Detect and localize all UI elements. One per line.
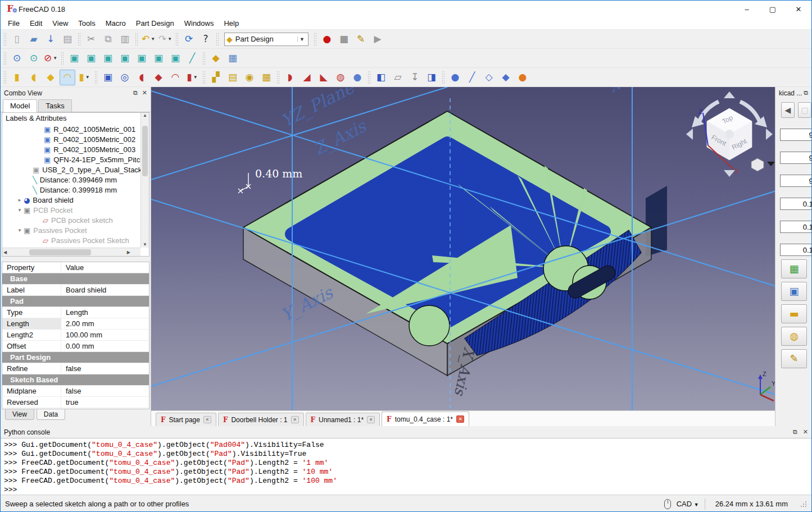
property-value[interactable]: 2.00 mm <box>61 318 149 329</box>
python-console[interactable]: >>> Gui.getDocument("tomu_0_4_case").get… <box>1 438 811 495</box>
groove-button[interactable]: ◖ <box>134 70 149 85</box>
view-right-button[interactable]: ▣ <box>117 51 133 66</box>
document-tab-start-page[interactable]: FStart page✕ <box>156 413 216 426</box>
part-workbench-button[interactable]: ◆ <box>208 51 224 66</box>
kicad-field-5[interactable] <box>780 244 812 256</box>
navcube-mini-cube[interactable] <box>751 158 764 171</box>
subtractive-pipe-button[interactable]: ◠ <box>167 70 183 85</box>
document-tab-doorbell-holder-1[interactable]: FDoorbell Holder : 1✕ <box>218 413 304 426</box>
close-tab-icon[interactable]: ✕ <box>203 416 211 423</box>
property-row-offset[interactable]: Offset0.00 mm <box>2 341 149 352</box>
measure-button[interactable]: ╱ <box>184 51 200 66</box>
hole-button[interactable]: ◎ <box>117 70 133 85</box>
dropdown-caret-icon[interactable]: ▼ <box>167 36 172 42</box>
minimize-button[interactable]: – <box>734 1 760 17</box>
document-tab-tomu-0-4-case-1-[interactable]: Ftomu_0.4_case : 1*✕ <box>382 412 469 426</box>
expand-icon[interactable]: ▸ <box>16 197 24 203</box>
menu-macro[interactable]: Macro <box>101 18 131 29</box>
tab-data[interactable]: Data <box>37 409 65 420</box>
3d-viewport[interactable]: YZ_Plane Z_Axis Y_Axis X_Axis XY_Plane 0… <box>151 87 775 410</box>
property-value[interactable]: true <box>61 397 149 408</box>
float-panel-icon[interactable]: ⧉ <box>804 89 808 97</box>
copy-button[interactable]: ⧉ <box>100 31 116 47</box>
revolution-button[interactable]: ◖ <box>26 70 42 85</box>
toolbar-grip[interactable] <box>4 71 6 84</box>
float-panel-icon[interactable]: ⧉ <box>793 428 797 436</box>
macro-edit-button[interactable]: ✎ <box>353 31 369 47</box>
axonometric-button[interactable]: ▣ <box>66 51 82 66</box>
property-row-label[interactable]: LabelBoard shield <box>2 285 149 296</box>
property-value[interactable]: 0.00 mm <box>61 341 149 351</box>
property-row-refine[interactable]: Refinefalse <box>2 363 149 374</box>
tree-item-usb-2-0-type-a-dual-stacked-ja[interactable]: ▣USB_2_0_type_A_Dual_Stacked_jack <box>2 164 149 175</box>
tree-item-pcb-pocket[interactable]: ▾▣PCB Pocket <box>2 205 149 215</box>
whats-this-button[interactable]: ? <box>198 31 214 47</box>
kicad-field-1[interactable] <box>780 152 812 164</box>
property-value[interactable]: false <box>61 386 149 396</box>
kicad-field-4[interactable] <box>780 221 812 233</box>
tree-item-distance-0-399469-mm[interactable]: ╲Distance: 0.399469 mm <box>2 175 149 185</box>
polar-pattern-button[interactable]: ◉ <box>242 70 257 85</box>
subtractive-primitive-button[interactable]: ▮▼ <box>184 70 200 85</box>
dog-face-button[interactable]: ● <box>515 70 530 85</box>
tree-item-passives-pocket[interactable]: ▾▣Passives Pocket <box>2 225 149 235</box>
export-db-button[interactable]: ◍ <box>781 327 807 346</box>
kicad-field-2[interactable] <box>780 175 812 187</box>
fillet-button[interactable]: ◗ <box>282 70 298 85</box>
boolean-ellipse-button[interactable]: ● <box>350 70 365 85</box>
macro-record-button[interactable]: ● <box>319 31 335 47</box>
refresh-button[interactable]: ⟳ <box>181 31 197 47</box>
subtractive-loft-button[interactable]: ◆ <box>151 70 166 85</box>
toolbar-grip[interactable] <box>203 52 205 65</box>
sketch-line-button[interactable]: ╱ <box>464 70 480 85</box>
navcube-down-arrow[interactable] <box>724 170 735 177</box>
navigation-cube[interactable]: Top Front Right Z X <box>686 92 775 177</box>
additive-pipe-button[interactable]: ◠ <box>60 70 75 85</box>
property-row-midplane[interactable]: Midplanefalse <box>2 386 149 397</box>
collapse-icon[interactable]: ▾ <box>16 227 24 233</box>
import-ic-button[interactable]: ▣ <box>781 282 807 301</box>
fit-all-button[interactable]: ⊙ <box>9 51 25 66</box>
export-footprint-button[interactable]: ▦ <box>781 259 807 278</box>
undo-button[interactable]: ↶▼ <box>140 31 156 47</box>
toolbar-grip[interactable] <box>4 33 6 45</box>
import-button[interactable]: ↧ <box>407 70 423 85</box>
nav-style-select[interactable]: CAD ▼ <box>677 500 699 508</box>
sketch-quadrilateral-button[interactable]: ◇ <box>481 70 497 85</box>
linear-pattern-button[interactable]: ▤ <box>225 70 241 85</box>
boolean-button[interactable]: ◧ <box>373 70 389 85</box>
collapse-icon[interactable]: ▾ <box>16 207 24 213</box>
view-front-button[interactable]: ▣ <box>83 51 99 66</box>
additive-loft-button[interactable]: ◆ <box>43 70 58 85</box>
dropdown-caret-icon[interactable]: ▼ <box>151 36 155 42</box>
pad-button[interactable]: ▮ <box>9 70 25 85</box>
toolbar-grip[interactable] <box>442 71 444 84</box>
toolbar-grip[interactable] <box>314 33 316 45</box>
navcube-menu-arrow[interactable] <box>767 162 775 166</box>
view-rear-button[interactable]: ▣ <box>134 51 149 66</box>
tree-item-qfn-24-1ep-5x5mm-pitch0-65[interactable]: ▣QFN-24-1EP_5x5mm_Pitch0.65 <box>2 154 149 164</box>
property-value[interactable]: false <box>61 363 149 374</box>
view-bottom-button[interactable]: ▣ <box>151 51 166 66</box>
maximize-button[interactable]: ▢ <box>760 1 786 17</box>
view-top-button[interactable]: ▣ <box>100 51 116 66</box>
close-tab-icon[interactable]: ✕ <box>456 415 464 423</box>
sketch-polygon-button[interactable]: ◆ <box>498 70 514 85</box>
toolbar-grip[interactable] <box>203 71 205 84</box>
tab-tasks[interactable]: Tasks <box>38 99 71 112</box>
document-tab-unnamed1-1-[interactable]: FUnnamed1 : 1*✕ <box>306 413 380 426</box>
navcube-right-arrow[interactable] <box>766 129 773 140</box>
tree-item-r-0402-1005metric-003[interactable]: ▣R_0402_1005Metric_003 <box>2 144 149 154</box>
kicad-field-3[interactable] <box>780 198 812 210</box>
dropdown-caret-icon[interactable]: ▼ <box>193 75 198 80</box>
sketch-point-button[interactable]: ● <box>447 70 463 85</box>
property-value[interactable]: Length <box>61 307 149 318</box>
property-row-length[interactable]: Length2.00 mm <box>2 318 149 330</box>
property-value[interactable]: 100.00 mm <box>61 330 149 340</box>
export-box-button[interactable]: ▬ <box>781 304 807 323</box>
paste-button[interactable]: ▥ <box>117 31 133 47</box>
case-model[interactable] <box>243 111 667 376</box>
macro-execute-button[interactable]: ▶ <box>370 31 385 47</box>
tab-view[interactable]: View <box>5 409 34 420</box>
macro-stop-button[interactable]: ■ <box>336 31 352 47</box>
